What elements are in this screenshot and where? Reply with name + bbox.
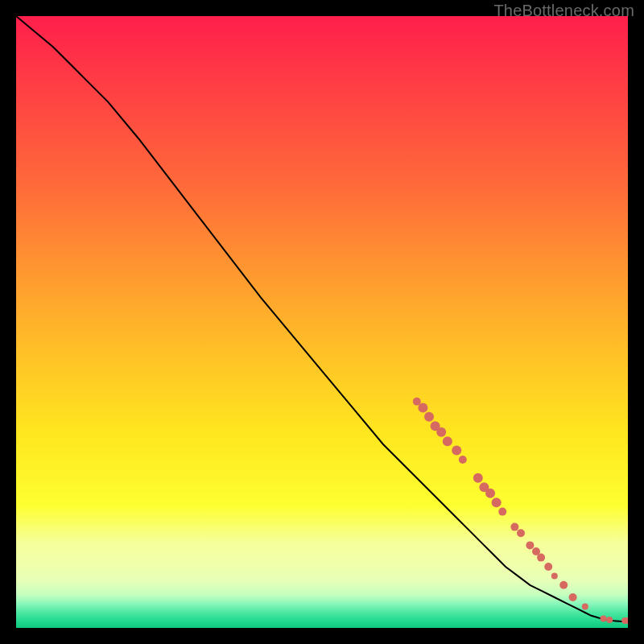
chart-marker xyxy=(582,603,588,609)
chart-marker xyxy=(606,617,613,623)
chart-marker xyxy=(569,593,577,601)
chart-marker xyxy=(517,529,525,537)
chart-marker xyxy=(537,554,545,562)
chart-marker xyxy=(544,563,552,571)
chart-marker xyxy=(510,523,518,531)
chart-marker xyxy=(601,616,607,622)
chart-marker xyxy=(551,572,558,579)
chart-marker xyxy=(473,473,483,483)
chart-marker xyxy=(485,489,495,498)
chart-marker xyxy=(443,436,452,446)
chart-marker xyxy=(459,456,467,464)
chart-marker xyxy=(418,402,427,412)
chart-plot-area xyxy=(16,16,628,628)
chart-marker xyxy=(526,541,534,549)
chart-marker xyxy=(452,446,461,456)
chart-marker xyxy=(424,412,434,422)
chart-marker xyxy=(436,427,446,437)
chart-svg xyxy=(16,16,628,628)
watermark-label: TheBottleneck.com xyxy=(493,2,634,20)
chart-background xyxy=(16,16,628,628)
chart-marker xyxy=(492,497,502,507)
chart-marker xyxy=(559,581,568,589)
chart-marker xyxy=(498,508,506,516)
